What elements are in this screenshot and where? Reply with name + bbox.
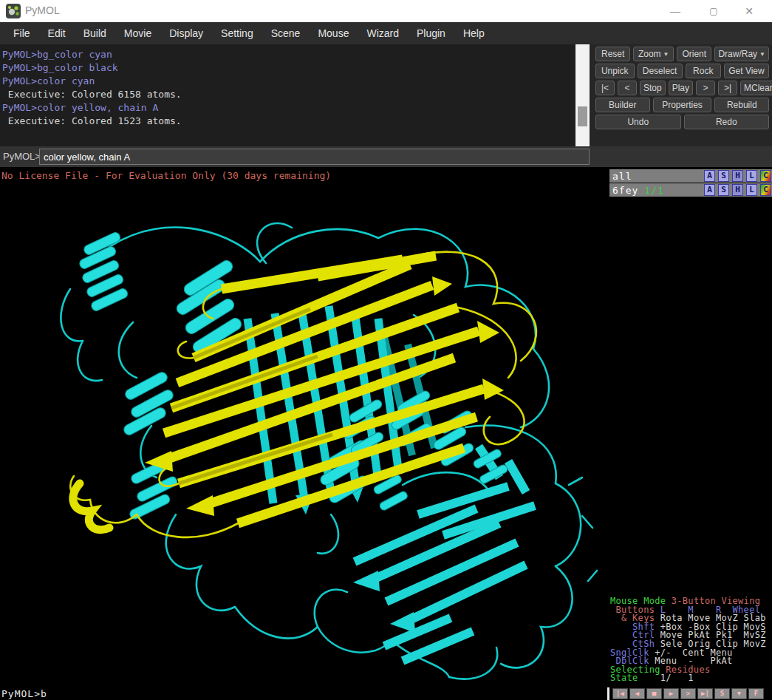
skip-start-icon: |◀	[616, 690, 624, 697]
draw-ray-dropdown-button[interactable]: Draw/Ray▼	[714, 47, 769, 61]
color-menu-button[interactable]: C	[760, 184, 771, 196]
command-prompt-label: PyMOL>	[3, 151, 41, 162]
skip-end-icon: ▶|	[701, 690, 709, 697]
redo-button[interactable]: Redo	[684, 115, 770, 129]
show-menu-button[interactable]: S	[718, 170, 729, 182]
play-button[interactable]: Play	[669, 81, 693, 95]
menu-edit[interactable]: Edit	[39, 22, 75, 44]
fullscreen-button[interactable]: F	[748, 688, 764, 699]
title-bar: PyMOL — ▢ ✕	[0, 0, 772, 22]
menu-bar: File Edit Build Movie Display Setting Sc…	[0, 22, 772, 44]
label-menu-button[interactable]: L	[746, 170, 757, 182]
menu-scene[interactable]: Scene	[262, 22, 310, 44]
fullscreen-icon: F	[754, 690, 758, 697]
cyan-sheet-arrowheads	[353, 571, 415, 633]
movie-step-forward-button[interactable]: >	[680, 688, 696, 699]
movie-menu-button[interactable]: ▼	[731, 688, 747, 699]
step-back-icon: ◀	[635, 690, 639, 697]
chevron-down-icon: ▼	[663, 51, 669, 58]
zoom-dropdown-button[interactable]: Zoom▼	[633, 47, 674, 61]
window-title: PyMOL	[25, 4, 60, 16]
menu-file[interactable]: File	[4, 22, 39, 44]
rock-button[interactable]: Rock	[686, 64, 721, 78]
console-line: PyMOL>color yellow, chain A	[2, 101, 575, 115]
stop-icon: ■	[652, 690, 656, 697]
playback-controls: |◀ ◀ ■ ▶ > ▶| S ▼ F	[612, 688, 764, 699]
show-menu-button[interactable]: S	[718, 184, 729, 196]
console-line: PyMOL>bg_color black	[2, 61, 575, 75]
mclear-button[interactable]: MClear	[740, 81, 772, 95]
hide-menu-button[interactable]: H	[732, 170, 743, 182]
orient-button[interactable]: Orient	[677, 47, 711, 61]
maximize-button[interactable]: ▢	[697, 0, 731, 22]
s-icon: S	[720, 690, 724, 697]
label-menu-button[interactable]: L	[746, 184, 757, 196]
step-forward-button[interactable]: >	[696, 81, 715, 95]
menu-plugin[interactable]: Plugin	[408, 22, 454, 44]
command-input[interactable]	[39, 149, 590, 165]
builder-button[interactable]: Builder	[595, 98, 650, 112]
console-line: Executive: Colored 6158 atoms.	[2, 88, 575, 101]
movie-skip-start-button[interactable]: |◀	[612, 688, 628, 699]
menu-display[interactable]: Display	[160, 22, 212, 44]
movie-skip-end-button[interactable]: ▶|	[697, 688, 713, 699]
properties-button[interactable]: Properties	[653, 98, 712, 112]
step-forward-icon: >	[686, 690, 690, 697]
movie-stop-button[interactable]: ■	[646, 688, 662, 699]
menu-setting[interactable]: Setting	[212, 22, 262, 44]
minimize-button[interactable]: —	[658, 0, 692, 22]
object-state: 1/1	[644, 185, 663, 196]
movie-step-back-button[interactable]: ◀	[629, 688, 645, 699]
skip-to-end-button[interactable]: >|	[718, 81, 737, 95]
object-name: all	[612, 171, 638, 182]
action-menu-button[interactable]: A	[704, 184, 715, 196]
license-notice: No License File - For Evaluation Only (3…	[1, 170, 331, 181]
get-view-button[interactable]: Get View	[724, 64, 769, 78]
menu-help[interactable]: Help	[454, 22, 493, 44]
color-menu-button[interactable]: C	[760, 170, 771, 182]
bottom-prompt: PyMOL>b	[1, 688, 47, 699]
cyan-loops	[61, 223, 597, 679]
deselect-button[interactable]: Deselect	[638, 64, 683, 78]
object-row-6fey[interactable]: 6fey1/1 A S H L C	[609, 183, 772, 197]
menu-movie[interactable]: Movie	[115, 22, 160, 44]
pymol-logo-icon	[6, 4, 21, 18]
console-line: PyMOL>color cyan	[2, 75, 575, 88]
unpick-button[interactable]: Unpick	[595, 64, 635, 78]
rebuild-button[interactable]: Rebuild	[714, 98, 769, 112]
step-back-button[interactable]: <	[618, 81, 637, 95]
hide-menu-button[interactable]: H	[732, 184, 743, 196]
menu-build[interactable]: Build	[75, 22, 115, 44]
movie-s-button[interactable]: S	[714, 688, 730, 699]
undo-button[interactable]: Undo	[595, 115, 681, 129]
console-scrollbar[interactable]	[575, 44, 590, 146]
console-line: PyMOL>bg_color cyan	[2, 48, 575, 61]
menu-mouse[interactable]: Mouse	[309, 22, 358, 44]
console-scrollbar-thumb[interactable]	[578, 106, 587, 126]
skip-to-start-button[interactable]: |<	[595, 81, 615, 95]
close-button[interactable]: ✕	[732, 0, 766, 22]
movie-play-button[interactable]: ▶	[663, 688, 679, 699]
object-name: 6fey1/1	[612, 185, 664, 196]
command-input-row: PyMOL>	[0, 146, 772, 167]
menu-wizard[interactable]: Wizard	[358, 22, 408, 44]
chevron-down-icon: ▼	[759, 51, 765, 58]
console-line: Executive: Colored 1523 atoms.	[2, 115, 575, 128]
play-icon: ▶	[669, 690, 673, 697]
control-panel: Reset Zoom▼ Orient Draw/Ray▼ Unpick Dese…	[590, 44, 772, 146]
stop-button[interactable]: Stop	[640, 81, 666, 95]
bottom-bar: PyMOL>b |◀ ◀ ■ ▶ > ▶| S ▼ F	[0, 687, 772, 700]
reset-button[interactable]: Reset	[595, 47, 630, 61]
object-panel: all A S H L C 6fey1/1 A S H L C	[609, 169, 772, 197]
command-output-console: PyMOL>bg_color cyan PyMOL>bg_color black…	[0, 44, 575, 146]
state-slider[interactable]	[607, 687, 609, 700]
action-menu-button[interactable]: A	[704, 170, 715, 182]
triangle-down-icon: ▼	[737, 690, 741, 697]
mouse-mode-panel: Mouse Mode 3-Button Viewing Buttons L M …	[610, 597, 772, 683]
object-row-all[interactable]: all A S H L C	[609, 169, 772, 183]
viewport-3d[interactable]: No License File - For Evaluation Only (3…	[0, 167, 772, 687]
